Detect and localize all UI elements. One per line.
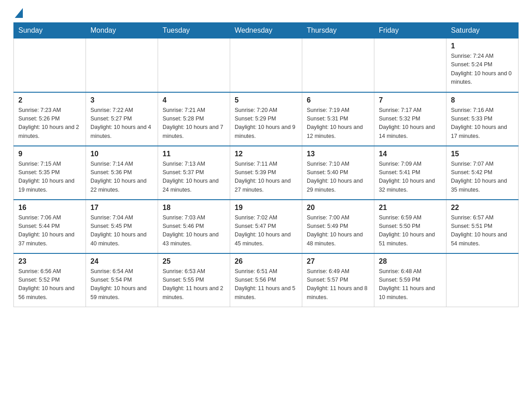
day-info: Sunrise: 7:10 AMSunset: 5:40 PMDaylight:…	[307, 160, 369, 195]
day-info: Sunrise: 7:04 AMSunset: 5:45 PMDaylight:…	[90, 214, 153, 248]
day-number: 23	[18, 257, 81, 265]
calendar-cell: 14Sunrise: 7:09 AMSunset: 5:41 PMDayligh…	[374, 146, 446, 200]
calendar-week-row: 9Sunrise: 7:15 AMSunset: 5:35 PMDaylight…	[14, 146, 519, 200]
calendar-cell: 2Sunrise: 7:23 AMSunset: 5:26 PMDaylight…	[14, 92, 86, 146]
calendar-cell	[158, 39, 230, 92]
day-info: Sunrise: 7:19 AMSunset: 5:31 PMDaylight:…	[307, 106, 369, 141]
calendar-table: Sunday Monday Tuesday Wednesday Thursday…	[13, 22, 519, 307]
day-info: Sunrise: 7:21 AMSunset: 5:28 PMDaylight:…	[163, 106, 225, 141]
day-number: 17	[90, 204, 153, 212]
page-header	[13, 9, 519, 15]
calendar-header-row: Sunday Monday Tuesday Wednesday Thursday…	[14, 23, 519, 39]
day-number: 27	[307, 257, 369, 265]
day-number: 4	[163, 96, 225, 104]
calendar-cell: 5Sunrise: 7:20 AMSunset: 5:29 PMDaylight…	[230, 92, 302, 146]
day-number: 9	[18, 150, 81, 158]
calendar-cell: 13Sunrise: 7:10 AMSunset: 5:40 PMDayligh…	[302, 146, 374, 200]
col-friday: Friday	[374, 23, 446, 39]
calendar-cell: 17Sunrise: 7:04 AMSunset: 5:45 PMDayligh…	[86, 200, 158, 253]
day-info: Sunrise: 7:20 AMSunset: 5:29 PMDaylight:…	[235, 106, 297, 141]
calendar-cell: 12Sunrise: 7:11 AMSunset: 5:39 PMDayligh…	[230, 146, 302, 200]
calendar-week-row: 23Sunrise: 6:56 AMSunset: 5:52 PMDayligh…	[14, 253, 519, 307]
calendar-cell	[446, 253, 519, 307]
day-info: Sunrise: 7:00 AMSunset: 5:49 PMDaylight:…	[307, 214, 369, 248]
day-number: 12	[235, 150, 297, 158]
day-info: Sunrise: 7:22 AMSunset: 5:27 PMDaylight:…	[90, 106, 153, 141]
day-number: 19	[235, 204, 297, 212]
calendar-cell	[14, 39, 86, 92]
day-number: 24	[90, 257, 153, 265]
calendar-cell: 23Sunrise: 6:56 AMSunset: 5:52 PMDayligh…	[14, 253, 86, 307]
calendar-cell: 16Sunrise: 7:06 AMSunset: 5:44 PMDayligh…	[14, 200, 86, 253]
day-number: 3	[90, 96, 153, 104]
day-info: Sunrise: 7:17 AMSunset: 5:32 PMDaylight:…	[379, 106, 442, 141]
logo-triangle-icon	[15, 8, 23, 18]
day-info: Sunrise: 7:07 AMSunset: 5:42 PMDaylight:…	[451, 160, 514, 195]
calendar-cell: 3Sunrise: 7:22 AMSunset: 5:27 PMDaylight…	[86, 92, 158, 146]
calendar-week-row: 16Sunrise: 7:06 AMSunset: 5:44 PMDayligh…	[14, 200, 519, 253]
calendar-cell: 7Sunrise: 7:17 AMSunset: 5:32 PMDaylight…	[374, 92, 446, 146]
day-number: 2	[18, 96, 81, 104]
day-number: 25	[163, 257, 225, 265]
day-info: Sunrise: 7:23 AMSunset: 5:26 PMDaylight:…	[18, 106, 81, 141]
day-number: 13	[307, 150, 369, 158]
day-number: 20	[307, 204, 369, 212]
day-info: Sunrise: 6:48 AMSunset: 5:59 PMDaylight:…	[379, 267, 442, 302]
day-info: Sunrise: 6:51 AMSunset: 5:56 PMDaylight:…	[235, 267, 297, 302]
day-info: Sunrise: 7:13 AMSunset: 5:37 PMDaylight:…	[163, 160, 225, 195]
day-info: Sunrise: 6:59 AMSunset: 5:50 PMDaylight:…	[379, 214, 442, 248]
calendar-cell: 28Sunrise: 6:48 AMSunset: 5:59 PMDayligh…	[374, 253, 446, 307]
calendar-cell: 6Sunrise: 7:19 AMSunset: 5:31 PMDaylight…	[302, 92, 374, 146]
calendar-cell: 10Sunrise: 7:14 AMSunset: 5:36 PMDayligh…	[86, 146, 158, 200]
day-number: 28	[379, 257, 442, 265]
day-number: 11	[163, 150, 225, 158]
day-number: 16	[18, 204, 81, 212]
day-info: Sunrise: 6:54 AMSunset: 5:54 PMDaylight:…	[90, 267, 153, 302]
day-number: 14	[379, 150, 442, 158]
day-number: 22	[451, 204, 514, 212]
col-monday: Monday	[86, 23, 158, 39]
day-number: 26	[235, 257, 297, 265]
calendar-cell: 1Sunrise: 7:24 AMSunset: 5:24 PMDaylight…	[446, 39, 519, 92]
col-tuesday: Tuesday	[158, 23, 230, 39]
calendar-cell: 8Sunrise: 7:16 AMSunset: 5:33 PMDaylight…	[446, 92, 519, 146]
calendar-cell	[230, 39, 302, 92]
day-info: Sunrise: 6:53 AMSunset: 5:55 PMDaylight:…	[163, 267, 225, 302]
calendar-cell: 15Sunrise: 7:07 AMSunset: 5:42 PMDayligh…	[446, 146, 519, 200]
day-number: 8	[451, 96, 514, 104]
calendar-cell	[302, 39, 374, 92]
day-info: Sunrise: 7:11 AMSunset: 5:39 PMDaylight:…	[235, 160, 297, 195]
calendar-cell: 27Sunrise: 6:49 AMSunset: 5:57 PMDayligh…	[302, 253, 374, 307]
calendar-cell: 24Sunrise: 6:54 AMSunset: 5:54 PMDayligh…	[86, 253, 158, 307]
day-number: 15	[451, 150, 514, 158]
calendar-week-row: 1Sunrise: 7:24 AMSunset: 5:24 PMDaylight…	[14, 39, 519, 92]
day-info: Sunrise: 6:56 AMSunset: 5:52 PMDaylight:…	[18, 267, 81, 302]
calendar-cell	[86, 39, 158, 92]
day-info: Sunrise: 7:02 AMSunset: 5:47 PMDaylight:…	[235, 214, 297, 248]
col-thursday: Thursday	[302, 23, 374, 39]
svg-marker-0	[15, 8, 23, 18]
day-info: Sunrise: 6:57 AMSunset: 5:51 PMDaylight:…	[451, 214, 514, 248]
day-info: Sunrise: 7:14 AMSunset: 5:36 PMDaylight:…	[90, 160, 153, 195]
calendar-cell: 21Sunrise: 6:59 AMSunset: 5:50 PMDayligh…	[374, 200, 446, 253]
calendar-cell: 25Sunrise: 6:53 AMSunset: 5:55 PMDayligh…	[158, 253, 230, 307]
day-number: 18	[163, 204, 225, 212]
day-info: Sunrise: 7:16 AMSunset: 5:33 PMDaylight:…	[451, 106, 514, 141]
calendar-cell: 18Sunrise: 7:03 AMSunset: 5:46 PMDayligh…	[158, 200, 230, 253]
day-info: Sunrise: 7:09 AMSunset: 5:41 PMDaylight:…	[379, 160, 442, 195]
calendar-cell: 22Sunrise: 6:57 AMSunset: 5:51 PMDayligh…	[446, 200, 519, 253]
col-wednesday: Wednesday	[230, 23, 302, 39]
calendar-week-row: 2Sunrise: 7:23 AMSunset: 5:26 PMDaylight…	[14, 92, 519, 146]
col-saturday: Saturday	[446, 23, 519, 39]
day-number: 1	[451, 42, 514, 50]
day-info: Sunrise: 6:49 AMSunset: 5:57 PMDaylight:…	[307, 267, 369, 302]
day-number: 6	[307, 96, 369, 104]
calendar-cell: 26Sunrise: 6:51 AMSunset: 5:56 PMDayligh…	[230, 253, 302, 307]
calendar-cell: 11Sunrise: 7:13 AMSunset: 5:37 PMDayligh…	[158, 146, 230, 200]
day-number: 21	[379, 204, 442, 212]
day-info: Sunrise: 7:06 AMSunset: 5:44 PMDaylight:…	[18, 214, 81, 248]
calendar-cell	[374, 39, 446, 92]
day-number: 10	[90, 150, 153, 158]
day-number: 5	[235, 96, 297, 104]
day-info: Sunrise: 7:24 AMSunset: 5:24 PMDaylight:…	[451, 52, 514, 87]
